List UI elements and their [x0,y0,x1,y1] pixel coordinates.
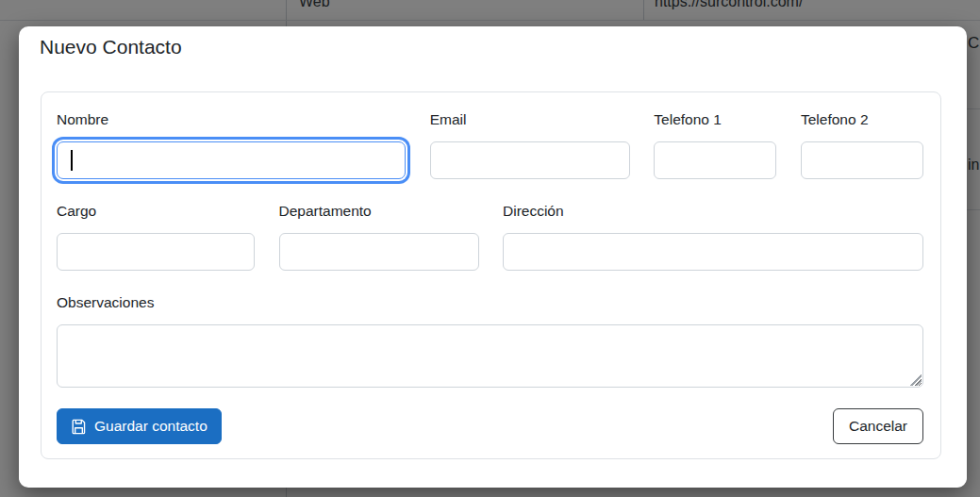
contact-form-card: Nombre Email Telefono 1 Telefono 2 [41,91,941,459]
field-nombre: Nombre [57,110,406,179]
form-row-2: Cargo Departamento Dirección [57,202,923,271]
field-cargo: Cargo [57,202,255,271]
text-caret [71,150,73,171]
form-row-1: Nombre Email Telefono 1 Telefono 2 [57,110,923,179]
modal-actions: Guardar contacto Cancelar [57,408,923,444]
field-departamento: Departamento [279,202,479,271]
departamento-label: Departamento [279,202,479,221]
field-observaciones: Observaciones [57,293,923,388]
direccion-label: Dirección [503,202,923,221]
field-telefono-1: Telefono 1 [654,110,776,179]
cancel-button[interactable]: Cancelar [833,408,923,444]
field-email: Email [430,110,630,179]
telefono-2-input[interactable] [801,141,923,179]
email-input[interactable] [430,141,630,179]
save-contact-button[interactable]: Guardar contacto [57,408,222,444]
observaciones-label: Observaciones [57,293,923,312]
field-direccion: Dirección [503,202,923,271]
telefono-1-label: Telefono 1 [654,110,776,129]
modal-title: Nuevo Contacto [40,35,182,59]
cargo-input[interactable] [57,233,255,271]
new-contact-modal: Nuevo Contacto Nombre Email Telefono 1 [19,26,967,488]
direccion-input[interactable] [503,233,923,271]
observaciones-textarea[interactable] [57,324,923,388]
nombre-input[interactable] [57,141,406,179]
floppy-save-icon [71,419,87,435]
telefono-1-input[interactable] [654,141,776,179]
screen: Web https://surcontrol.com/ CR in Nuevo … [0,0,980,497]
cargo-label: Cargo [57,202,255,221]
departamento-input[interactable] [279,233,479,271]
save-button-label: Guardar contacto [94,418,208,435]
field-telefono-2: Telefono 2 [801,110,923,179]
email-label: Email [430,110,630,129]
nombre-label: Nombre [57,110,406,129]
telefono-2-label: Telefono 2 [801,110,923,129]
